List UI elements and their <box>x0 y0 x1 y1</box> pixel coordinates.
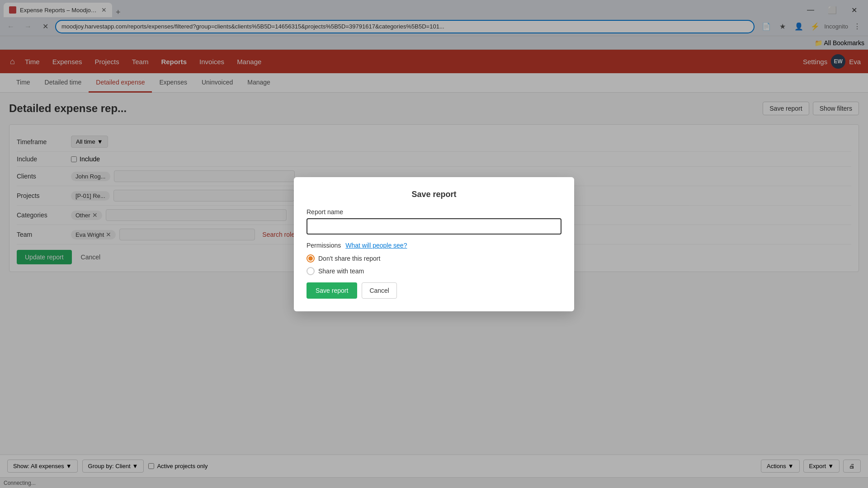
save-report-modal: Save report Report name Permissions What… <box>294 177 574 311</box>
radio-no-share-circle <box>307 254 315 263</box>
radio-share-team-circle <box>307 267 315 275</box>
permissions-row: Permissions What will people see? <box>307 242 561 249</box>
report-name-label: Report name <box>307 208 561 216</box>
browser-window: Expense Reports – Moodjoy – ✕ + — ⬜ ✕ ← … <box>0 0 868 488</box>
report-name-input[interactable] <box>307 218 561 235</box>
radio-share-team[interactable]: Share with team <box>307 267 561 275</box>
radio-no-share[interactable]: Don't share this report <box>307 254 561 263</box>
what-will-see-link[interactable]: What will people see? <box>345 242 407 249</box>
radio-share-team-label: Share with team <box>318 267 364 275</box>
modal-save-button[interactable]: Save report <box>307 282 357 299</box>
permissions-label: Permissions <box>307 242 341 249</box>
report-name-group: Report name <box>307 208 561 235</box>
modal-overlay: Save report Report name Permissions What… <box>0 0 868 488</box>
radio-group: Don't share this report Share with team <box>307 254 561 275</box>
modal-title: Save report <box>307 190 561 199</box>
modal-actions: Save report Cancel <box>307 282 561 299</box>
radio-no-share-label: Don't share this report <box>318 255 380 262</box>
modal-cancel-button[interactable]: Cancel <box>362 282 397 299</box>
